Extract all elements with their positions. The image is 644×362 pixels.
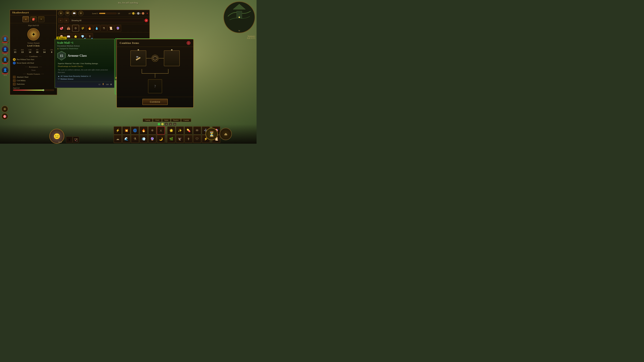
dialog-text: Yes, I'm still watching.	[118, 1, 139, 4]
xp-fill	[99, 13, 105, 14]
ability-btn2-5[interactable]: 🔮	[148, 135, 156, 143]
side-btn-1[interactable]: ⚙	[2, 106, 8, 112]
combine-button[interactable]: Combine	[142, 99, 168, 105]
filter-icon-equipped[interactable]: ⚔	[64, 18, 69, 23]
ability-btn-9[interactable]: 💊	[184, 126, 192, 134]
quick-slot-2[interactable]: 🏹	[73, 137, 79, 143]
party-portrait-4[interactable]: 👤	[2, 66, 9, 74]
condition-text-2: Recast Speak with Dead	[17, 62, 34, 64]
combine-slot-wrapper-right	[164, 50, 180, 66]
combine-close-btn[interactable]: ×	[186, 41, 190, 45]
search-clear-btn[interactable]: ✕	[144, 19, 148, 22]
side-btn-2[interactable]: 🎯	[2, 113, 8, 120]
currency-area: 417 G 4 S 0 C ✕	[128, 12, 148, 14]
grid-btn-1[interactable]: ⊞	[165, 123, 168, 126]
stat-cha: CHA 8	[50, 49, 53, 53]
party-portrait-2[interactable]: 👤	[2, 46, 9, 53]
combine-result-row: ?	[120, 79, 190, 93]
ac-display: 15 Armour Class	[57, 51, 112, 60]
ability-btn-1[interactable]: ⚡	[114, 126, 122, 134]
grid-btn-2[interactable]: ⊞	[169, 123, 172, 126]
inv-slot-9[interactable]: 🔮	[114, 25, 121, 31]
combine-center-icon	[152, 56, 158, 61]
char-tab-character[interactable]: ⚔	[22, 16, 29, 22]
tab-custom[interactable]: Custom	[181, 118, 191, 122]
nav-btn-map[interactable]: 🗺	[65, 11, 70, 16]
currency-divider: 4	[135, 12, 136, 14]
resistances-header: Resistances	[10, 65, 57, 68]
inventory-grid-top: 🥩 👜 ⚙ 🌾 🔥 💧 ⚗ 📜 🔮	[57, 24, 150, 32]
feature-civil-militia: ⚔ Civil Militia	[10, 79, 57, 82]
ability-btn2-7[interactable]: 🌿	[167, 135, 175, 143]
xp-bar	[99, 13, 117, 14]
tab-passive[interactable]: Passive	[171, 118, 181, 122]
nav-btn-journal[interactable]: 📖	[72, 11, 77, 16]
combine-slot-1[interactable]	[130, 50, 146, 66]
inv-slot-7[interactable]: ⚗	[100, 25, 107, 31]
inspect-badge[interactable]: T Inspect	[56, 37, 66, 39]
hp-fill-1	[2, 42, 8, 43]
close-panel[interactable]: ✕	[146, 12, 148, 14]
stat-int-label: INT	[36, 49, 38, 51]
tooltip-price: 160	[106, 83, 109, 85]
inv-slot-4[interactable]: 🌾	[79, 25, 86, 31]
ability-btn-8[interactable]: ✨	[176, 126, 184, 134]
condition-icon-yellow: ★	[13, 58, 16, 61]
grid-btn-3[interactable]: ⊞	[173, 123, 176, 126]
ability-btn2-6[interactable]: 🌙	[157, 135, 165, 143]
tab-cleric[interactable]: Cleric	[153, 118, 162, 122]
svg-marker-17	[153, 56, 157, 60]
inv-slot-1[interactable]: 🥩	[58, 25, 65, 31]
combine-slot-2[interactable]	[164, 50, 180, 66]
hp-fill-3	[2, 63, 8, 64]
ability-btn-7[interactable]: 🌟	[167, 126, 175, 134]
ability-bar-2: ☁ 🌊 ⚗ 💨 🔮 🌙 🌿 🦅 🗡 🛡 ⚡ 📜	[114, 135, 220, 143]
stat-str: STR 13	[14, 49, 16, 53]
ability-btn2-4[interactable]: 💨	[140, 135, 148, 143]
ability-btn2-1[interactable]: ☁	[114, 135, 122, 143]
char-tab-inventory[interactable]: 🎒	[30, 16, 37, 22]
ability-btn2-8[interactable]: 🦅	[176, 135, 184, 143]
nav-btn-character[interactable]: ⊕	[58, 11, 64, 16]
end-turn-btn[interactable]: ⏏	[220, 128, 232, 140]
shield-icon-small: ▲	[58, 75, 60, 77]
combine-result-question: ?	[154, 84, 156, 88]
inv-slot-5[interactable]: 🔥	[86, 25, 93, 31]
hp-fill-2	[2, 53, 8, 53]
inv-slot-3[interactable]: ⚙	[72, 25, 79, 31]
minimap-label: Waukeen's X:83 Y:573	[247, 35, 255, 39]
approval-section: Approval	[10, 86, 57, 93]
ability-btn2-3[interactable]: ⚗	[131, 135, 139, 143]
character-panel: Shadowheart ⚔ 🎒 ≡ High Half-Elf ✦ Tricke…	[10, 10, 57, 95]
filter-icon-all[interactable]: ≡	[58, 18, 63, 23]
ability-btn-4[interactable]: 🔥	[140, 126, 148, 134]
inv-slot-2[interactable]: 👜	[65, 25, 72, 31]
search-input[interactable]	[70, 19, 144, 22]
ability-btn2-2[interactable]: 🌊	[122, 135, 130, 143]
svg-text:15: 15	[60, 54, 63, 57]
quick-slot-1[interactable]: 🗡	[66, 137, 72, 143]
feature-icon-darkvision: 👁	[13, 83, 16, 86]
price-icon: 🏛	[110, 83, 112, 85]
nav-btn-settings[interactable]: ⚙	[78, 11, 84, 16]
ability-btn-6[interactable]: ⚔	[157, 126, 165, 134]
tab-cantrip[interactable]: Cantrip	[143, 118, 152, 122]
hourglass-btn[interactable]: ⏳	[206, 128, 218, 140]
ability-btn2-9[interactable]: 🗡	[184, 135, 192, 143]
inv-slot-6[interactable]: 💧	[94, 25, 100, 31]
svg-rect-16	[136, 56, 138, 57]
party-portrait-3[interactable]: 👤	[2, 56, 9, 63]
inv-slot-8[interactable]: 📜	[108, 25, 114, 31]
ability-btn-3[interactable]: 🌀	[131, 126, 139, 134]
svg-text:W: W	[238, 30, 240, 32]
minimap[interactable]: W	[224, 1, 255, 33]
combine-slot-result[interactable]: ?	[148, 79, 162, 93]
party-portrait-1[interactable]: 👤	[2, 35, 9, 43]
ability-btn-10[interactable]: 👁	[193, 126, 201, 134]
ability-btn-5[interactable]: ❄	[148, 126, 156, 134]
ability-btn2-10[interactable]: 🛡	[193, 135, 201, 143]
tab-items[interactable]: Items	[162, 118, 170, 122]
char-tab-spells[interactable]: ≡	[38, 16, 44, 22]
bottom-portrait[interactable]: 😐	[49, 129, 64, 144]
ability-btn-2[interactable]: 💥	[122, 126, 130, 134]
